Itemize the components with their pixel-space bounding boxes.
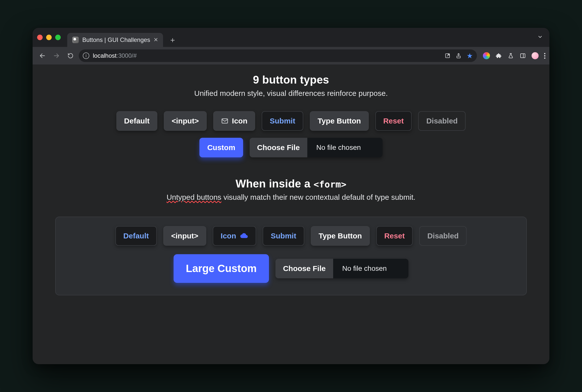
browser-tab[interactable]: Buttons | GUI Challenges ✕ (67, 33, 163, 47)
form-disabled-button: Disabled (419, 226, 467, 246)
reload-button[interactable] (65, 50, 76, 61)
url-port: :3000 (117, 52, 132, 59)
custom-button[interactable]: Custom (199, 138, 243, 157)
disabled-button-label: Disabled (426, 117, 458, 125)
choose-file-button[interactable]: Choose File (250, 138, 307, 157)
form-choose-file-button[interactable]: Choose File (275, 259, 333, 278)
section1-title: 9 button types (253, 74, 329, 86)
form-input-button[interactable]: <input> (163, 226, 206, 246)
site-info-icon[interactable]: i (83, 52, 89, 59)
url-text: localhost:3000/# (93, 52, 137, 59)
section2-subtitle: Untyped buttons visually match their new… (167, 193, 415, 202)
open-external-icon[interactable] (444, 52, 451, 59)
url-host: localhost (93, 52, 117, 59)
window-controls (37, 28, 65, 47)
file-input[interactable]: Choose File No file chosen (250, 138, 383, 157)
custom-button-label: Custom (207, 143, 235, 152)
tab-overflow-icon[interactable] (537, 34, 543, 41)
section2-title: When inside a <form> (236, 177, 346, 190)
form-submit-button[interactable]: Submit (263, 226, 304, 246)
url-path: /# (132, 52, 137, 59)
browser-window: Buttons | GUI Challenges ✕ ＋ (33, 28, 549, 364)
address-bar[interactable]: i localhost:3000/# ★ (79, 49, 477, 62)
large-custom-label: Large Custom (186, 263, 257, 275)
section1-row1: Default <input> Icon Submit Type Button … (116, 111, 466, 131)
bookmark-star-icon[interactable]: ★ (466, 52, 473, 59)
browser-toolbar: i localhost:3000/# ★ (33, 47, 549, 64)
section1-subtitle: Unified modern style, visual differences… (194, 89, 388, 98)
reset-button-label: Reset (383, 117, 404, 125)
minimize-window-button[interactable] (46, 35, 52, 40)
form-input-label: <input> (171, 232, 198, 240)
form-default-button[interactable]: Default (115, 226, 157, 246)
section2-title-code: <form> (314, 179, 346, 189)
page-content: 9 button types Unified modern style, vis… (33, 74, 549, 295)
choose-file-label: Choose File (257, 143, 300, 152)
profile-avatar-icon[interactable] (532, 52, 539, 59)
new-tab-button[interactable]: ＋ (167, 34, 178, 45)
reset-button[interactable]: Reset (375, 111, 412, 131)
toolbar-actions (479, 52, 545, 59)
close-window-button[interactable] (37, 35, 43, 40)
section2-subtitle-underlined: Untyped buttons (167, 193, 221, 201)
submit-button-label: Submit (270, 117, 295, 125)
form-choose-file-label: Choose File (283, 264, 326, 273)
extension-colorwheel-icon[interactable] (483, 52, 490, 59)
section2-subtitle-rest: visually match their new contextual defa… (221, 193, 415, 201)
forward-button[interactable] (51, 50, 62, 61)
form-icon-label: Icon (221, 232, 236, 240)
type-button[interactable]: Type Button (310, 111, 369, 131)
form-file-input[interactable]: Choose File No file chosen (275, 259, 408, 278)
section1-row2: Custom Choose File No file chosen (199, 138, 383, 157)
form-reset-button[interactable]: Reset (376, 226, 413, 246)
file-status-label: No file chosen (316, 144, 361, 152)
section2-row1: Default <input> Icon Submit Type Button … (115, 226, 467, 246)
form-icon-button[interactable]: Icon (213, 226, 256, 246)
default-button-label: Default (124, 117, 150, 125)
icon-button[interactable]: Icon (213, 111, 255, 131)
form-reset-label: Reset (384, 232, 405, 240)
share-icon[interactable] (455, 52, 462, 59)
close-tab-icon[interactable]: ✕ (154, 37, 158, 43)
svg-rect-4 (521, 54, 525, 58)
disabled-button: Disabled (418, 111, 466, 131)
input-button-label: <input> (172, 117, 199, 125)
section2-row2: Large Custom Choose File No file chosen (174, 254, 408, 283)
sidepanel-icon[interactable] (520, 52, 526, 59)
form-card: Default <input> Icon Submit Type Button … (55, 217, 527, 295)
form-submit-label: Submit (271, 232, 296, 240)
tab-strip: Buttons | GUI Challenges ✕ ＋ (33, 28, 549, 47)
form-default-label: Default (123, 232, 149, 240)
form-type-button-label: Type Button (319, 232, 362, 240)
experiments-icon[interactable] (507, 52, 514, 59)
input-button[interactable]: <input> (164, 111, 206, 131)
type-button-label: Type Button (318, 117, 361, 125)
page-viewport[interactable]: 9 button types Unified modern style, vis… (33, 64, 549, 364)
overflow-menu-icon[interactable] (544, 53, 545, 59)
form-file-status-label: No file chosen (342, 265, 387, 273)
tab-favicon-icon (72, 37, 79, 43)
envelope-icon (221, 117, 229, 125)
large-custom-button[interactable]: Large Custom (174, 254, 269, 283)
form-file-status: No file chosen (333, 259, 408, 278)
submit-button[interactable]: Submit (262, 111, 303, 131)
extensions-icon[interactable] (495, 52, 502, 59)
icon-button-label: Icon (232, 117, 248, 125)
cloud-icon (240, 232, 248, 240)
section2-title-prefix: When inside a (236, 177, 314, 190)
form-type-button[interactable]: Type Button (311, 226, 370, 246)
tab-title: Buttons | GUI Challenges (82, 36, 150, 43)
back-button[interactable] (37, 50, 48, 61)
maximize-window-button[interactable] (55, 35, 61, 40)
form-disabled-label: Disabled (427, 232, 459, 240)
file-status: No file chosen (307, 138, 383, 157)
default-button[interactable]: Default (116, 111, 158, 131)
